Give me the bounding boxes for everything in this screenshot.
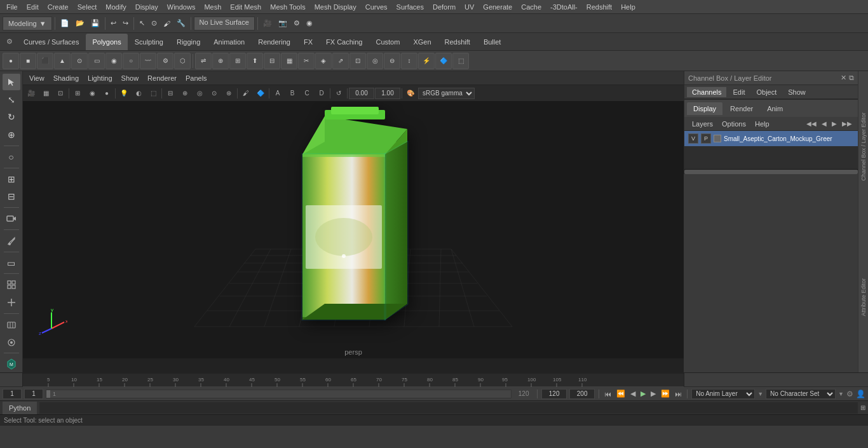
menu-edit-mesh[interactable]: Edit Mesh: [226, 2, 265, 12]
layer-next-btn[interactable]: ▶: [830, 119, 839, 128]
transform-y-input[interactable]: [375, 88, 400, 99]
capture-btn[interactable]: [3, 334, 20, 351]
circularize-btn[interactable]: ◎: [367, 53, 383, 69]
vt-b-btn[interactable]: B: [285, 87, 299, 100]
vt-shadow-btn[interactable]: ◐: [132, 87, 146, 100]
rp-float-btn[interactable]: ⧉: [849, 74, 854, 82]
vt-c-btn[interactable]: C: [300, 87, 314, 100]
anim-layer-dropdown[interactable]: No Anim Layer: [691, 389, 755, 399]
gear-btn[interactable]: ⚙: [157, 53, 173, 69]
frame-slider-thumb[interactable]: [46, 390, 50, 398]
menu-select[interactable]: Select: [74, 2, 101, 12]
combine-btn[interactable]: ⊕: [212, 53, 229, 69]
tab-curves-surfaces[interactable]: Curves / Surfaces: [17, 34, 85, 50]
menu-windows[interactable]: Windows: [163, 2, 200, 12]
bridge-btn[interactable]: ⊟: [264, 53, 280, 69]
pipe-btn[interactable]: ○: [123, 53, 139, 69]
vt-hud-btn[interactable]: ⊕: [178, 87, 192, 100]
frame-input-left[interactable]: [3, 389, 22, 399]
help-tab[interactable]: Help: [751, 119, 773, 129]
menu-mesh[interactable]: Mesh: [200, 2, 225, 12]
live-surface-btn[interactable]: No Live Surface: [194, 17, 255, 31]
layers-tab[interactable]: Layers: [688, 119, 717, 129]
char-set-dropdown[interactable]: No Character Set: [766, 389, 836, 399]
timeline-ruler[interactable]: 5 10 15 20 25 30 35 40 45 50 55 60 65: [23, 373, 684, 387]
select-tool[interactable]: [3, 74, 20, 90]
vt-perspective-btn[interactable]: 🎥: [24, 87, 38, 100]
fill-btn[interactable]: ▦: [281, 53, 297, 69]
tab-redshift[interactable]: Redshift: [438, 34, 477, 50]
mirror-btn[interactable]: ⇌: [195, 53, 212, 69]
frame-slider[interactable]: 1: [46, 390, 512, 398]
menu-cache[interactable]: Cache: [517, 2, 545, 12]
vt-manip-btn[interactable]: ⊛: [222, 87, 236, 100]
circle-icon[interactable]: ◉: [304, 16, 315, 31]
offset-btn[interactable]: ⊡: [349, 53, 366, 69]
tab-custom[interactable]: Custom: [370, 34, 407, 50]
rp-close-btn[interactable]: ✕: [841, 74, 846, 82]
options-tab[interactable]: Options: [718, 119, 750, 129]
marquee-btn[interactable]: ▭: [3, 255, 20, 271]
gamma-select[interactable]: sRGB gamma: [418, 88, 475, 99]
soft-select-btn[interactable]: ○: [3, 149, 20, 165]
bb-person-btn[interactable]: 👤: [856, 390, 865, 398]
vt-deform-btn[interactable]: 🔷: [254, 87, 268, 100]
transport-next-key-btn[interactable]: ⏩: [660, 390, 671, 398]
menu-display[interactable]: Display: [132, 2, 162, 12]
snap-grid-btn[interactable]: ⊞: [3, 171, 20, 187]
menu-modify[interactable]: Modify: [102, 2, 130, 12]
vp-panels-menu[interactable]: Panels: [183, 74, 210, 82]
transport-end-btn[interactable]: ⏭: [674, 390, 683, 398]
shelf-settings-btn[interactable]: ⚙: [3, 35, 17, 49]
xray-btn[interactable]: [3, 316, 20, 333]
vt-xray-btn[interactable]: ⬚: [146, 87, 160, 100]
weld-btn[interactable]: ⚡: [418, 53, 435, 69]
show-tab[interactable]: Show: [783, 87, 811, 97]
transform-x-input[interactable]: [349, 88, 374, 99]
settings-icon[interactable]: ⚙: [291, 16, 302, 31]
vt-a-btn[interactable]: A: [271, 87, 285, 100]
cone-btn[interactable]: ▲: [54, 53, 71, 69]
tab-polygons[interactable]: Polygons: [86, 34, 127, 50]
tab-fx-caching[interactable]: FX Caching: [320, 34, 369, 50]
scrollbar-thumb[interactable]: [684, 170, 858, 174]
bb-settings-btn[interactable]: ⚙: [846, 390, 853, 398]
menu-generate[interactable]: Generate: [479, 2, 516, 12]
lattice-btn[interactable]: ⬚: [452, 53, 469, 69]
connect-btn[interactable]: ↕: [401, 53, 417, 69]
attr-editor-side-label[interactable]: Attribute Editor: [858, 222, 868, 372]
menu-edit[interactable]: Edit: [23, 2, 43, 12]
vp-lighting-menu[interactable]: Lighting: [85, 74, 115, 82]
channels-tab[interactable]: Channels: [687, 87, 726, 97]
disk-btn[interactable]: ◉: [105, 53, 122, 69]
transport-next-frame-btn[interactable]: ▶: [649, 390, 657, 398]
viewport-canvas[interactable]: persp x y z: [23, 102, 684, 358]
menu-help[interactable]: Help: [617, 2, 639, 12]
snap-curve-btn[interactable]: ⊟: [3, 189, 20, 205]
render-icon-btn[interactable]: 🎥: [261, 16, 275, 31]
menu-uv[interactable]: UV: [461, 2, 478, 12]
new-file-btn[interactable]: 📄: [58, 16, 72, 31]
vt-select-btn[interactable]: ⊙: [207, 87, 221, 100]
viewport[interactable]: View Shading Lighting Show Renderer Pane…: [23, 71, 684, 372]
torus-btn[interactable]: ⊙: [71, 53, 88, 69]
smooth-btn[interactable]: ⊞: [229, 53, 246, 69]
merge-btn[interactable]: ⇗: [332, 53, 349, 69]
tab-bullet[interactable]: Bullet: [477, 34, 508, 50]
layer-scrollbar[interactable]: [684, 169, 858, 174]
layer-item[interactable]: V P Small_Aseptic_Carton_Mockup_Greer: [684, 131, 858, 146]
vt-smooth-btn[interactable]: ◉: [85, 87, 99, 100]
helix-btn[interactable]: 〰: [140, 53, 156, 69]
vt-d-btn[interactable]: D: [315, 87, 329, 100]
object-tab[interactable]: Object: [751, 87, 782, 97]
tab-rigging[interactable]: Rigging: [170, 34, 207, 50]
edit-tab[interactable]: Edit: [728, 87, 750, 97]
render2-btn[interactable]: 📷: [276, 16, 290, 31]
save-file-btn[interactable]: 💾: [88, 16, 102, 31]
menu-create[interactable]: Create: [44, 2, 72, 12]
layer-prev2-btn[interactable]: ◀: [820, 119, 829, 128]
layer-prev-btn[interactable]: ◀◀: [804, 119, 818, 128]
bevel-btn[interactable]: ◈: [315, 53, 332, 69]
paint-btn[interactable]: 🖌: [161, 16, 173, 31]
workspace-dropdown[interactable]: Modeling ▼: [3, 17, 52, 31]
